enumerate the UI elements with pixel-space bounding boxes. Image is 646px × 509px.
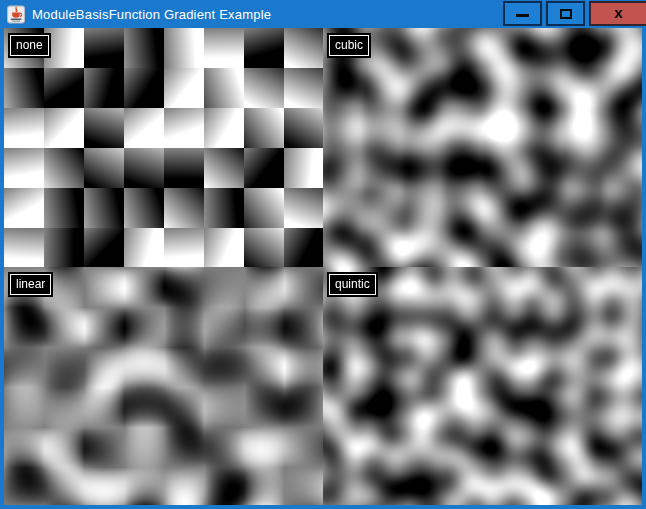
noise-canvas-cubic bbox=[323, 28, 642, 267]
minimize-button[interactable] bbox=[503, 1, 542, 26]
noise-panel-quintic: quintic bbox=[323, 267, 642, 505]
close-icon: x bbox=[614, 5, 622, 20]
interp-label-none: none bbox=[10, 35, 49, 56]
noise-panel-cubic: cubic bbox=[323, 28, 642, 267]
app-window: ModuleBasisFunction Gradient Example x n… bbox=[0, 0, 646, 509]
window-title: ModuleBasisFunction Gradient Example bbox=[32, 7, 271, 22]
noise-grid: none cubic linear quintic bbox=[4, 28, 642, 505]
close-button[interactable]: x bbox=[589, 1, 646, 26]
noise-panel-none: none bbox=[4, 28, 323, 267]
noise-canvas-none bbox=[4, 28, 323, 267]
interp-label-linear: linear bbox=[10, 274, 51, 295]
noise-canvas-quintic bbox=[323, 267, 642, 505]
noise-canvas-linear bbox=[4, 267, 323, 505]
maximize-icon bbox=[560, 9, 572, 19]
java-coffee-cup-icon[interactable] bbox=[7, 5, 25, 24]
interp-label-quintic: quintic bbox=[329, 274, 376, 295]
titlebar[interactable]: ModuleBasisFunction Gradient Example x bbox=[0, 0, 646, 28]
noise-panel-linear: linear bbox=[4, 267, 323, 505]
window-controls: x bbox=[503, 1, 646, 26]
minimize-icon bbox=[516, 14, 529, 17]
maximize-button[interactable] bbox=[546, 1, 585, 26]
interp-label-cubic: cubic bbox=[329, 35, 369, 56]
